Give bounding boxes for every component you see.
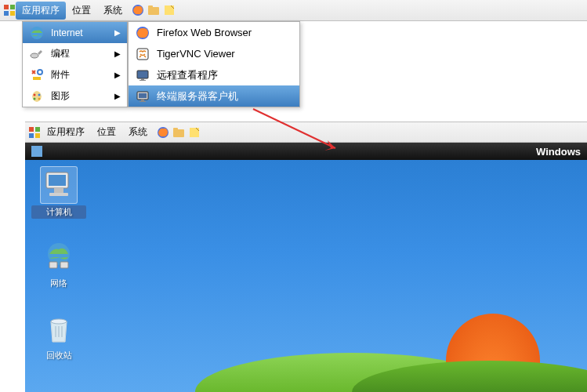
- applications-icon: [28, 126, 41, 139]
- svg-rect-17: [137, 49, 148, 60]
- dropdown-accessories[interactable]: 附件 ▶: [23, 64, 127, 85]
- submenu-terminal-server[interactable]: 终端服务器客户机: [129, 85, 299, 107]
- svg-rect-19: [141, 78, 144, 80]
- chevron-right-icon: ▶: [114, 49, 121, 58]
- svg-point-15: [38, 97, 41, 100]
- desktop-computer-label: 计算机: [31, 205, 86, 219]
- submenu-firefox-label: Firefox Web Browser: [157, 27, 252, 38]
- menu-system-label: 系统: [103, 4, 122, 17]
- svg-rect-24: [140, 101, 146, 102]
- submenu-remote-viewer-label: 远程查看程序: [157, 68, 218, 82]
- computer-icon: [40, 166, 78, 204]
- svg-point-13: [38, 93, 41, 96]
- notes-icon[interactable]: [188, 126, 201, 139]
- svg-rect-39: [60, 262, 68, 268]
- svg-rect-3: [10, 11, 15, 16]
- svg-rect-25: [29, 127, 34, 132]
- menu2-applications[interactable]: 应用程序: [41, 123, 91, 141]
- window-titlebar[interactable]: Windows: [25, 143, 587, 160]
- applications-icon: [3, 4, 16, 16]
- window-icon: [31, 146, 42, 157]
- firefox-launcher-icon[interactable]: [132, 4, 144, 16]
- firefox-icon: [135, 25, 150, 41]
- firefox-launcher-icon[interactable]: [157, 126, 169, 139]
- svg-rect-35: [54, 188, 63, 193]
- globe-icon: [29, 25, 45, 41]
- submenu-firefox[interactable]: Firefox Web Browser: [129, 22, 299, 43]
- svg-rect-6: [148, 5, 153, 8]
- top-menubar: 应用程序 位置 系统: [0, 0, 587, 21]
- menu-system[interactable]: 系统: [97, 2, 129, 20]
- svg-rect-0: [4, 5, 9, 9]
- svg-point-40: [51, 319, 67, 324]
- dropdown-graphics[interactable]: 图形 ▶: [23, 85, 127, 107]
- desktop-network[interactable]: 网络: [31, 238, 86, 289]
- menu-places-label: 位置: [72, 4, 91, 17]
- dropdown-internet-label: Internet: [51, 27, 83, 38]
- dropdown-programming[interactable]: 编程 ▶: [23, 43, 127, 64]
- svg-rect-11: [33, 77, 41, 80]
- remote-desktop[interactable]: 计算机 网络 回收站: [25, 160, 587, 392]
- svg-rect-36: [49, 193, 68, 196]
- file-manager-icon[interactable]: [172, 126, 185, 139]
- internet-submenu: Firefox Web Browser TigerVNC Viewer 远程查看…: [128, 21, 300, 107]
- notes-icon[interactable]: [163, 4, 176, 16]
- terminal-server-icon: [135, 89, 150, 104]
- recycle-bin-icon: [40, 310, 78, 348]
- network-icon: [40, 238, 78, 276]
- menu2-system[interactable]: 系统: [122, 123, 154, 141]
- svg-rect-20: [140, 80, 146, 81]
- svg-rect-18: [137, 71, 148, 78]
- svg-rect-34: [49, 175, 66, 186]
- svg-rect-23: [141, 100, 144, 101]
- svg-point-14: [34, 97, 36, 100]
- svg-rect-26: [35, 127, 40, 132]
- svg-point-9: [31, 53, 38, 58]
- dropdown-internet[interactable]: Internet ▶: [23, 22, 127, 43]
- tigervnc-icon: [135, 46, 150, 62]
- svg-rect-27: [29, 133, 34, 138]
- monitor-icon: [135, 67, 150, 83]
- svg-point-12: [34, 93, 36, 96]
- svg-rect-30: [173, 129, 184, 137]
- menu-applications[interactable]: 应用程序: [16, 2, 66, 20]
- submenu-terminal-server-label: 终端服务器客户机: [157, 89, 238, 103]
- applications-dropdown: Internet ▶ 编程 ▶ 附件 ▶ 图形 ▶: [22, 21, 128, 107]
- svg-point-10: [38, 70, 42, 74]
- svg-rect-38: [49, 262, 57, 268]
- svg-rect-28: [35, 133, 40, 138]
- svg-rect-31: [173, 128, 178, 130]
- dropdown-accessories-label: 附件: [51, 68, 70, 82]
- dropdown-programming-label: 编程: [51, 47, 70, 60]
- desktop-network-label: 网络: [31, 278, 86, 289]
- accessories-icon: [29, 67, 45, 83]
- window-title: Windows: [536, 146, 581, 158]
- inner-menubar: 应用程序 位置 系统: [25, 122, 587, 143]
- menu-applications-label: 应用程序: [22, 4, 60, 17]
- menu2-applications-label: 应用程序: [47, 125, 85, 139]
- chevron-right-icon: ▶: [114, 71, 121, 79]
- svg-rect-1: [10, 5, 15, 9]
- menu2-places-label: 位置: [97, 125, 116, 139]
- svg-rect-2: [4, 11, 9, 16]
- svg-rect-5: [148, 7, 159, 15]
- submenu-tigervnc[interactable]: TigerVNC Viewer: [129, 43, 299, 64]
- file-manager-icon[interactable]: [147, 4, 160, 16]
- menu2-places[interactable]: 位置: [91, 123, 122, 141]
- menu-places[interactable]: 位置: [66, 2, 97, 20]
- menu2-system-label: 系统: [129, 125, 147, 139]
- submenu-remote-viewer[interactable]: 远程查看程序: [129, 64, 299, 85]
- programming-icon: [29, 46, 45, 62]
- chevron-right-icon: ▶: [114, 28, 121, 37]
- dropdown-graphics-label: 图形: [51, 89, 70, 103]
- desktop-wallpaper-decoration: [25, 345, 587, 392]
- submenu-tigervnc-label: TigerVNC Viewer: [157, 48, 235, 60]
- chevron-right-icon: ▶: [114, 92, 121, 100]
- graphics-icon: [29, 89, 45, 104]
- svg-rect-22: [139, 93, 147, 98]
- desktop-computer[interactable]: 计算机: [31, 166, 86, 219]
